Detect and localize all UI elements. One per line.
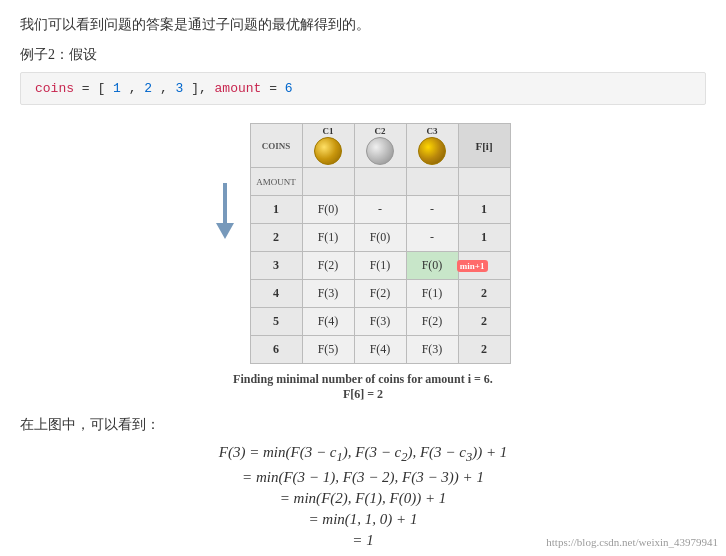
code-equals1: = [ bbox=[82, 81, 105, 96]
fi-val-5: 2 bbox=[458, 308, 510, 336]
cell-c2-6: F(4) bbox=[354, 336, 406, 364]
math-line-3: = min(F(2), F(1), F(0)) + 1 bbox=[280, 490, 447, 507]
caption-line1: Finding minimal number of coins for amou… bbox=[233, 372, 493, 387]
cell-c1-3: F(2) bbox=[302, 252, 354, 280]
table-row: 4F(3)F(2)F(1)2 bbox=[250, 280, 510, 308]
code-amount-keyword: amount bbox=[215, 81, 262, 96]
cell-c2-2: F(0) bbox=[354, 224, 406, 252]
fi-val-4: 2 bbox=[458, 280, 510, 308]
row-num-5: 5 bbox=[250, 308, 302, 336]
math-line-4: = min(1, 1, 0) + 1 bbox=[309, 511, 418, 528]
row-num-6: 6 bbox=[250, 336, 302, 364]
table-body: 1F(0)--12F(1)F(0)-13F(2)F(1)F(0)min+114F… bbox=[250, 196, 510, 364]
coins-label: COINS bbox=[254, 141, 299, 151]
code-comma1: , bbox=[129, 81, 145, 96]
code-block: coins = [ 1 , 2 , 3 ], amount = 6 bbox=[20, 72, 706, 105]
intro-text: 我们可以看到问题的答案是通过子问题的最优解得到的。 bbox=[20, 16, 706, 34]
caption-line2: F[6] = 2 bbox=[233, 387, 493, 402]
math-line-5: = 1 bbox=[352, 532, 373, 549]
cell-c3-3: F(0)min+1 bbox=[406, 252, 458, 280]
row-num-3: 3 bbox=[250, 252, 302, 280]
cell-c3-5: F(2) bbox=[406, 308, 458, 336]
math-line-1: F(3) = min(F(3 − c1), F(3 − c2), F(3 − c… bbox=[219, 444, 508, 465]
code-equals2: = bbox=[269, 81, 285, 96]
coin3-img bbox=[418, 137, 446, 165]
cell-c3-6: F(3) bbox=[406, 336, 458, 364]
example-label: 例子2：假设 bbox=[20, 46, 706, 64]
amount-label-cell: AMOUNT bbox=[250, 168, 302, 196]
math-block: F(3) = min(F(3 − c1), F(3 − c2), F(3 − c… bbox=[20, 444, 706, 549]
c3-label: C3 bbox=[427, 126, 438, 136]
code-bracket: ], bbox=[191, 81, 214, 96]
watermark: https://blog.csdn.net/weixin_43979941 bbox=[546, 536, 718, 548]
cell-c1-2: F(1) bbox=[302, 224, 354, 252]
row-num-2: 2 bbox=[250, 224, 302, 252]
amount-row: AMOUNT bbox=[250, 168, 510, 196]
diagram-area: COINS C1 C2 bbox=[20, 123, 706, 402]
fi-val-2: 1 bbox=[458, 224, 510, 252]
coin-table: COINS C1 C2 bbox=[250, 123, 511, 364]
table-row: 5F(4)F(3)F(2)2 bbox=[250, 308, 510, 336]
fi-val-6: 2 bbox=[458, 336, 510, 364]
cell-c2-5: F(3) bbox=[354, 308, 406, 336]
code-n1: 1 bbox=[113, 81, 121, 96]
c2-header: C2 bbox=[354, 124, 406, 168]
table-wrapper: COINS C1 C2 bbox=[216, 123, 511, 364]
cell-c1-5: F(4) bbox=[302, 308, 354, 336]
cell-c2-1: - bbox=[354, 196, 406, 224]
coins-label-cell: COINS bbox=[250, 124, 302, 168]
table-row: 1F(0)--1 bbox=[250, 196, 510, 224]
caption-area: Finding minimal number of coins for amou… bbox=[233, 372, 493, 402]
coin2-img bbox=[366, 137, 394, 165]
code-comma2: , bbox=[160, 81, 176, 96]
c2-label: C2 bbox=[375, 126, 386, 136]
arrow-container bbox=[216, 123, 234, 239]
c1-header: C1 bbox=[302, 124, 354, 168]
table-row: 3F(2)F(1)F(0)min+11 bbox=[250, 252, 510, 280]
cell-c2-4: F(2) bbox=[354, 280, 406, 308]
code-n6: 6 bbox=[285, 81, 293, 96]
code-coins-keyword: coins bbox=[35, 81, 74, 96]
row-num-4: 4 bbox=[250, 280, 302, 308]
cell-c1-4: F(3) bbox=[302, 280, 354, 308]
table-row: 6F(5)F(4)F(3)2 bbox=[250, 336, 510, 364]
c1-label: C1 bbox=[323, 126, 334, 136]
cell-c2-3: F(1) bbox=[354, 252, 406, 280]
cell-c1-1: F(0) bbox=[302, 196, 354, 224]
min-badge: min+1 bbox=[457, 260, 488, 272]
cell-c3-4: F(1) bbox=[406, 280, 458, 308]
cell-c3-2: - bbox=[406, 224, 458, 252]
c3-header: C3 bbox=[406, 124, 458, 168]
row-num-1: 1 bbox=[250, 196, 302, 224]
fi-val-1: 1 bbox=[458, 196, 510, 224]
code-n2: 2 bbox=[144, 81, 152, 96]
code-n3: 3 bbox=[176, 81, 184, 96]
below-text: 在上图中，可以看到： bbox=[20, 416, 706, 434]
cell-c3-1: - bbox=[406, 196, 458, 224]
math-line-2: = min(F(3 − 1), F(3 − 2), F(3 − 3)) + 1 bbox=[242, 469, 484, 486]
fi-header: F[i] bbox=[458, 124, 510, 168]
coin1-img bbox=[314, 137, 342, 165]
header-row: COINS C1 C2 bbox=[250, 124, 510, 168]
table-row: 2F(1)F(0)-1 bbox=[250, 224, 510, 252]
cell-c1-6: F(5) bbox=[302, 336, 354, 364]
